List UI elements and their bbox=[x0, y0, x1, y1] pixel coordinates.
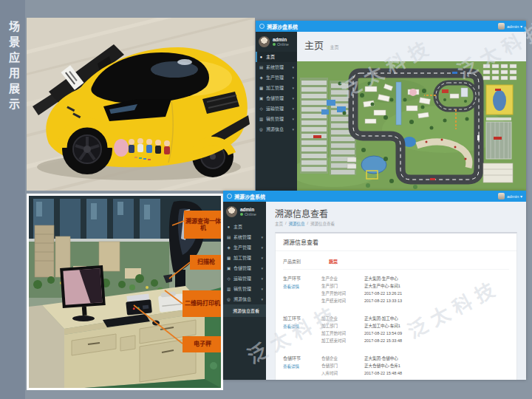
record-field-label: 生产部门 bbox=[321, 282, 364, 290]
record-field-value: 正大集团-生产中心 bbox=[364, 275, 398, 282]
breadcrumb-current: 溯源信息查看 bbox=[310, 221, 335, 227]
chevron-down-icon: ▾ bbox=[261, 234, 263, 240]
user-menu[interactable]: admin ▾ bbox=[498, 23, 522, 30]
view-details-link[interactable]: 查看详情 bbox=[283, 284, 314, 290]
menu-item-icon: ▣ bbox=[226, 265, 231, 271]
record-row: 仓储部门正大仓储中心-仓库1 bbox=[321, 362, 509, 369]
record-row: 加工企业正大集团-加工中心 bbox=[321, 315, 509, 322]
sidebar-item[interactable]: ▦加工管理▾ bbox=[256, 83, 297, 93]
menu-item-icon: ● bbox=[226, 224, 231, 230]
category-row: 产品类别 蔬菜 bbox=[283, 254, 509, 270]
equipment-tag-printer: 二维码打印机 bbox=[183, 290, 222, 317]
menu-item-icon: ▦ bbox=[226, 255, 231, 261]
trace-record: 加工环节查看详情加工企业正大集团-加工中心加工部门正大加工中心-车间1加工开始时… bbox=[283, 310, 509, 349]
record-field-value: 2017-08-22 13:33:13 bbox=[364, 297, 402, 304]
panel-title: 溯源信息查看 bbox=[276, 233, 516, 251]
chevron-down-icon: ▾ bbox=[292, 126, 294, 132]
breadcrumb-section[interactable]: 溯源信息 bbox=[289, 221, 305, 227]
chevron-down-icon: ▾ bbox=[292, 106, 294, 112]
sidebar-item[interactable]: ▤系统管理▾ bbox=[223, 232, 266, 242]
menu-item-icon: ◈ bbox=[226, 245, 231, 250]
sidebar-item[interactable]: ▥销售管理▾ bbox=[223, 284, 266, 294]
sidebar-menu: ●主页▤系统管理▾◈生产管理▾▦加工管理▾▣仓储管理▾◇运输管理▾▥销售管理▾◎… bbox=[256, 52, 297, 134]
side-strip: 场景应用展示 bbox=[0, 0, 25, 399]
chevron-down-icon: ▾ bbox=[292, 116, 294, 122]
sidebar-item[interactable]: ▤系统管理▾ bbox=[256, 62, 297, 72]
sidebar-item[interactable]: ◎溯源信息▾ bbox=[256, 124, 297, 134]
record-row: 生产结束时间2017-08-22 13:33:13 bbox=[321, 297, 509, 304]
equipment-tag-scale: 电子秤 bbox=[183, 336, 222, 352]
chevron-down-icon: ▾ bbox=[261, 245, 263, 250]
sidebar-username: admin bbox=[240, 207, 256, 212]
avatar bbox=[498, 23, 505, 30]
sidebar-item[interactable]: ▥销售管理▾ bbox=[256, 114, 297, 124]
online-dot-icon bbox=[240, 213, 243, 216]
breadcrumb-home[interactable]: 主页 bbox=[275, 221, 283, 227]
menu-item-label: 运输管理 bbox=[233, 276, 259, 282]
menu-item-icon: ◇ bbox=[259, 106, 264, 112]
online-status: Online bbox=[273, 42, 289, 47]
menu-item-icon: ▥ bbox=[226, 286, 231, 292]
menu-item-icon: ▥ bbox=[259, 116, 264, 122]
menu-item-icon: ▤ bbox=[226, 234, 231, 240]
app-logo-icon bbox=[259, 24, 265, 29]
sidebar-subitem-trace-view[interactable]: 溯源信息查看 bbox=[223, 304, 266, 317]
record-field-value: 正大加工中心-车间1 bbox=[364, 322, 400, 330]
sidebar-item[interactable]: ◇运输管理▾ bbox=[256, 103, 297, 114]
chevron-down-icon: ▾ bbox=[261, 296, 263, 302]
app-brand: 溯源沙盘系统 bbox=[267, 23, 298, 30]
record-field-label: 生产开始时间 bbox=[321, 290, 364, 297]
record-field-label: 生产结束时间 bbox=[321, 297, 364, 304]
chevron-down-icon: ▾ bbox=[292, 95, 294, 101]
sidebar: admin Online ●主页▤系统管理▾◈生产管理▾▦加工管理▾▣仓储管理▾… bbox=[223, 202, 266, 380]
avatar bbox=[498, 193, 505, 200]
record-field-value: 2017-08-22 15:48:48 bbox=[364, 369, 402, 377]
chevron-down-icon: ▾ bbox=[292, 85, 294, 91]
menu-item-icon: ● bbox=[259, 54, 264, 60]
page-header: 溯源信息查看 主页 / 溯源信息 / 溯源信息查看 bbox=[266, 202, 526, 229]
record-row: 加工结束时间2017-08-22 15:33:48 bbox=[321, 337, 509, 344]
record-row: 生产开始时间2017-08-22 13:26:21 bbox=[321, 290, 509, 297]
user-panel: admin Online bbox=[256, 32, 297, 52]
main-content: 主页 主页 bbox=[297, 32, 526, 191]
chevron-down-icon: ▾ bbox=[261, 255, 263, 261]
menu-item-label: 溯源信息 bbox=[233, 296, 259, 302]
sidebar-item[interactable]: ◎溯源信息▾ bbox=[223, 294, 266, 304]
menu-item-label: 系统管理 bbox=[233, 234, 259, 240]
user-menu[interactable]: admin ▾ bbox=[498, 193, 522, 200]
menu-item-label: 销售管理 bbox=[233, 286, 259, 292]
view-details-link[interactable]: 查看详情 bbox=[283, 364, 314, 369]
sidebar-item[interactable]: ●主页 bbox=[223, 222, 266, 232]
category-value: 蔬菜 bbox=[329, 258, 338, 265]
menu-item-icon: ◈ bbox=[259, 75, 264, 81]
menu-item-label: 生产管理 bbox=[266, 75, 290, 81]
trace-record: 仓储环节查看详情仓储企业正大集团-仓储中心仓储部门正大仓储中心-仓库1入库时间2… bbox=[283, 349, 509, 380]
sidebar-item[interactable]: ◈生产管理▾ bbox=[223, 242, 266, 253]
photo-office-equipment: 溯源查询一体机 扫描枪 二维码打印机 电子秤 bbox=[27, 194, 223, 390]
electronic-scale bbox=[125, 293, 152, 315]
page-title: 主页 bbox=[304, 40, 324, 51]
menu-item-label: 仓储管理 bbox=[266, 95, 290, 101]
sidebar-menu: ●主页▤系统管理▾◈生产管理▾▦加工管理▾▣仓储管理▾◇运输管理▾▥销售管理▾◎… bbox=[223, 222, 266, 304]
app-window-home: 溯源沙盘系统 admin ▾ admin Online bbox=[256, 21, 526, 191]
sidebar-item[interactable]: ▣仓储管理▾ bbox=[223, 263, 266, 273]
sandbox-map-illustration bbox=[297, 61, 526, 191]
view-details-link[interactable]: 查看详情 bbox=[283, 324, 314, 330]
sidebar-item[interactable]: ◇运输管理▾ bbox=[223, 273, 266, 284]
red-map-marker bbox=[313, 135, 321, 138]
record-stage: 仓储环节 bbox=[283, 355, 314, 361]
menu-item-icon: ▣ bbox=[259, 95, 264, 101]
sidebar-item[interactable]: ▦加工管理▾ bbox=[223, 253, 266, 263]
menu-item-label: 运输管理 bbox=[266, 106, 290, 112]
record-row: 入库时间2017-08-22 15:48:48 bbox=[321, 369, 509, 377]
menu-item-label: 主页 bbox=[233, 224, 263, 230]
chevron-down-icon: ▾ bbox=[261, 265, 263, 271]
app-logo-icon bbox=[227, 194, 232, 199]
qr-printer bbox=[158, 290, 185, 312]
menu-item-label: 加工管理 bbox=[233, 255, 259, 261]
sidebar-item[interactable]: ▣仓储管理▾ bbox=[256, 93, 297, 103]
menu-item-label: 加工管理 bbox=[266, 85, 290, 91]
sidebar-item[interactable]: ◈生产管理▾ bbox=[256, 72, 297, 83]
sidebar-item[interactable]: ●主页 bbox=[256, 52, 297, 62]
chevron-down-icon: ▾ bbox=[292, 75, 294, 81]
